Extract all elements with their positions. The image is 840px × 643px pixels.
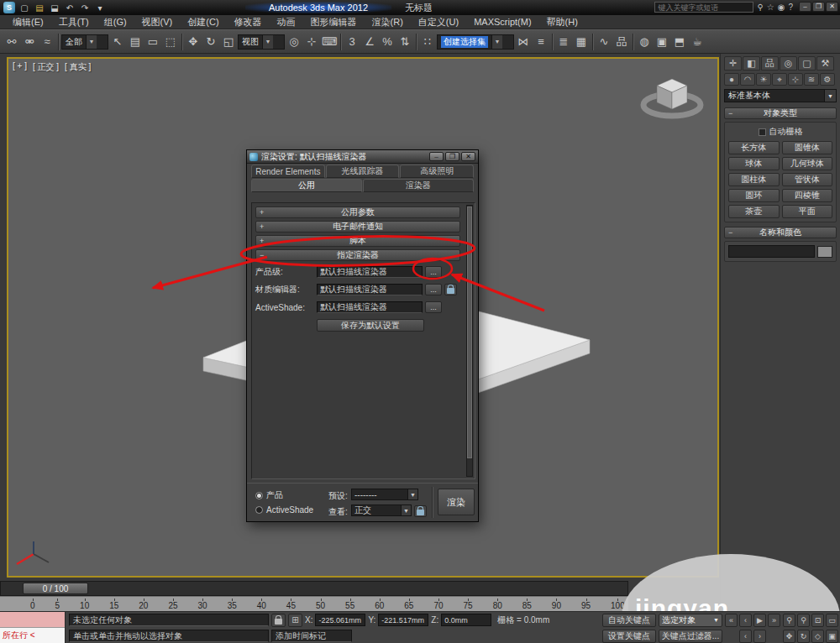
object-type-button[interactable]: 圆锥体: [782, 141, 833, 154]
save-file-icon[interactable]: ⬓: [48, 2, 61, 13]
previous-key-icon[interactable]: ‹: [739, 630, 752, 643]
dialog-tab[interactable]: 高级照明: [400, 165, 474, 178]
scrollbar-thumb[interactable]: [467, 206, 472, 458]
object-name-input[interactable]: [728, 245, 815, 258]
select-object-icon[interactable]: ↖: [109, 33, 126, 51]
pan-icon[interactable]: ✥: [783, 630, 795, 643]
fov-icon[interactable]: ◇: [811, 630, 824, 643]
browse-product-renderer-button[interactable]: ...: [425, 266, 442, 278]
object-type-button[interactable]: 茶壶: [728, 205, 780, 218]
render-button[interactable]: 渲染: [438, 489, 475, 515]
viewport-shading-label[interactable]: [ 真实 ]: [65, 61, 91, 73]
time-slider-handle[interactable]: 0 / 100: [23, 583, 88, 594]
go-to-end-icon[interactable]: »: [768, 614, 780, 627]
category-systems-icon[interactable]: ⚙: [820, 73, 835, 86]
rectangular-selection-region-icon[interactable]: ▭: [144, 33, 161, 51]
undo-icon[interactable]: ↶: [63, 2, 76, 13]
use-pivot-center-icon[interactable]: ◎: [286, 33, 302, 51]
play-icon[interactable]: ▶: [753, 614, 766, 627]
rollout-header-name-color[interactable]: − 名称和颜色: [724, 227, 837, 238]
tab-modify-icon[interactable]: ◧: [743, 56, 760, 71]
qat-menu-icon[interactable]: ▾: [93, 2, 107, 13]
track-bar[interactable]: 0510152025303540455055606570758085909510…: [0, 596, 628, 611]
named-selection-sets-dropdown[interactable]: 创建选择集 ▼: [437, 34, 514, 50]
category-lights-icon[interactable]: ☀: [756, 73, 771, 86]
orbit-icon[interactable]: ↻: [797, 630, 810, 643]
activeshade-radio[interactable]: [255, 506, 263, 514]
snaps-toggle-icon[interactable]: 3: [344, 33, 360, 51]
align-icon[interactable]: ≡: [533, 33, 549, 51]
object-class-dropdown[interactable]: 标准基本体 ▼: [724, 89, 837, 102]
render-setup-icon[interactable]: ▣: [654, 33, 670, 51]
auto-key-button[interactable]: 自动关键点: [602, 614, 656, 627]
previous-frame-icon[interactable]: ‹: [739, 614, 752, 627]
graphite-ribbon-icon[interactable]: ▦: [573, 33, 590, 51]
window-crossing-icon[interactable]: ⬚: [162, 33, 179, 51]
select-and-rotate-icon[interactable]: ↻: [202, 33, 219, 51]
menu-item[interactable]: 创建(C): [180, 16, 226, 29]
object-type-button[interactable]: 四棱锥: [782, 189, 833, 202]
material-editor-icon[interactable]: ◍: [636, 33, 653, 51]
category-shapes-icon[interactable]: ◠: [740, 73, 755, 86]
keyboard-shortcut-override-icon[interactable]: ⌨: [321, 33, 338, 51]
object-type-button[interactable]: 球体: [728, 157, 780, 170]
object-type-button[interactable]: 平面: [782, 205, 833, 218]
tab-common[interactable]: 公用: [251, 179, 362, 192]
render-production-icon[interactable]: ☕: [689, 33, 706, 51]
restore-button[interactable]: ❐: [812, 2, 825, 12]
layer-manager-icon[interactable]: ≣: [555, 33, 572, 51]
production-radio[interactable]: [255, 492, 263, 499]
redo-icon[interactable]: ↷: [78, 2, 92, 13]
selection-lock-toggle[interactable]: [271, 614, 286, 627]
rendered-frame-window-icon[interactable]: ⬒: [671, 33, 688, 51]
category-cameras-icon[interactable]: ⌖: [772, 73, 787, 86]
menu-item[interactable]: 图形编辑器: [303, 16, 365, 29]
browse-material-renderer-button[interactable]: ...: [425, 284, 442, 295]
object-type-button[interactable]: 几何球体: [782, 157, 833, 170]
menu-item[interactable]: 视图(V): [134, 16, 181, 29]
viewport-lock-toggle[interactable]: [414, 505, 427, 517]
preset-dropdown[interactable]: -------- ▼: [351, 489, 418, 500]
autogrid-checkbox[interactable]: [759, 128, 766, 136]
object-type-button[interactable]: 管状体: [782, 173, 833, 186]
rollout-header[interactable]: + 电子邮件通知: [255, 221, 460, 233]
set-key-button[interactable]: 设置关键点: [602, 630, 656, 643]
search-icon[interactable]: ⚲: [757, 2, 763, 13]
time-tag-field[interactable]: 添加时间标记: [271, 630, 352, 642]
dialog-tab[interactable]: 光线跟踪器: [326, 165, 400, 178]
time-slider[interactable]: 0 / 100: [0, 581, 628, 596]
object-type-button[interactable]: 圆环: [728, 189, 780, 202]
tab-display-icon[interactable]: ▢: [798, 56, 816, 71]
select-and-move-icon[interactable]: ✥: [185, 33, 202, 51]
mirror-icon[interactable]: ⋈: [515, 33, 532, 51]
viewport-menu-label[interactable]: [ + ]: [13, 61, 27, 73]
tab-renderer[interactable]: 渲染器: [363, 179, 474, 192]
schematic-view-icon[interactable]: 品: [613, 33, 630, 51]
rollout-header-object-type[interactable]: − 对象类型: [724, 107, 837, 119]
go-to-start-icon[interactable]: «: [725, 614, 738, 627]
menu-item[interactable]: 工具(T): [51, 16, 97, 29]
macro-recorder-line[interactable]: [0, 612, 65, 628]
selection-filter-dropdown[interactable]: 全部 ▼: [61, 34, 108, 50]
rollout-header-assign-renderer[interactable]: − 指定渲染器: [255, 249, 460, 261]
x-coordinate-field[interactable]: -225.061mm: [315, 614, 365, 626]
category-spacewarps-icon[interactable]: ≋: [804, 73, 819, 86]
tab-motion-icon[interactable]: ◎: [780, 56, 797, 71]
viewcube[interactable]: [637, 71, 707, 124]
menu-item[interactable]: 组(G): [97, 16, 134, 29]
edit-named-selection-sets-icon[interactable]: ∷: [419, 33, 436, 51]
menu-item[interactable]: 帮助(H): [539, 16, 585, 29]
object-type-button[interactable]: 长方体: [728, 141, 780, 154]
tab-utilities-icon[interactable]: ⚒: [816, 56, 834, 71]
app-logo-icon[interactable]: S: [3, 2, 15, 13]
maximize-viewport-icon[interactable]: ▣: [826, 630, 838, 643]
listener-line[interactable]: 所在行 <: [0, 628, 65, 643]
dialog-close-button[interactable]: ✕: [461, 152, 475, 161]
new-scene-icon[interactable]: ▢: [18, 2, 31, 13]
dialog-maximize-button[interactable]: ❐: [445, 152, 459, 161]
rollout-header[interactable]: + 公用参数: [255, 206, 460, 218]
selected-set-dropdown[interactable]: 选定对象 ▼: [659, 614, 722, 627]
y-coordinate-field[interactable]: -221.517mm: [378, 614, 428, 626]
menu-item[interactable]: 自定义(U): [411, 16, 466, 29]
maxscript-mini-listener[interactable]: 所在行 <: [0, 612, 66, 643]
